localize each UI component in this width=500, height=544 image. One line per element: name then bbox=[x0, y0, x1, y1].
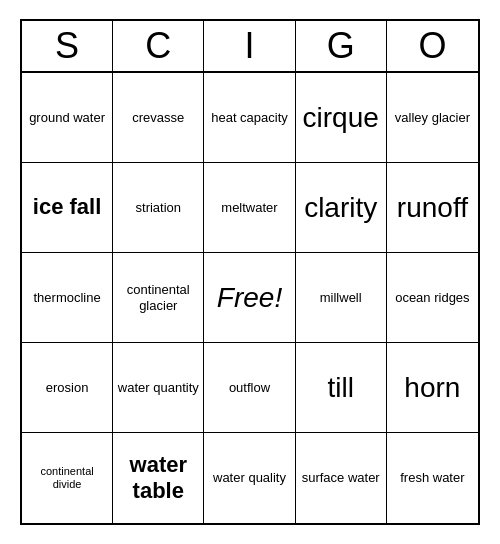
cell-text-8: clarity bbox=[304, 191, 377, 225]
header-letter-i: I bbox=[204, 21, 295, 71]
bingo-cell-12: Free! bbox=[204, 253, 295, 343]
cell-text-20: continental divide bbox=[26, 465, 108, 491]
bingo-cell-19: horn bbox=[387, 343, 478, 433]
bingo-cell-21: water table bbox=[113, 433, 204, 523]
bingo-cell-13: millwell bbox=[296, 253, 387, 343]
cell-text-18: till bbox=[327, 371, 353, 405]
cell-text-9: runoff bbox=[397, 191, 468, 225]
bingo-cell-14: ocean ridges bbox=[387, 253, 478, 343]
bingo-cell-4: valley glacier bbox=[387, 73, 478, 163]
bingo-card: SCIGO ground watercrevasseheat capacityc… bbox=[20, 19, 480, 525]
cell-text-4: valley glacier bbox=[395, 110, 470, 126]
cell-text-12: Free! bbox=[217, 281, 282, 315]
cell-text-10: thermocline bbox=[33, 290, 100, 306]
bingo-cell-15: erosion bbox=[22, 343, 113, 433]
bingo-cell-9: runoff bbox=[387, 163, 478, 253]
bingo-cell-23: surface water bbox=[296, 433, 387, 523]
bingo-cell-10: thermocline bbox=[22, 253, 113, 343]
cell-text-1: crevasse bbox=[132, 110, 184, 126]
header-letter-c: C bbox=[113, 21, 204, 71]
bingo-cell-7: meltwater bbox=[204, 163, 295, 253]
cell-text-7: meltwater bbox=[221, 200, 277, 216]
cell-text-14: ocean ridges bbox=[395, 290, 469, 306]
bingo-cell-2: heat capacity bbox=[204, 73, 295, 163]
cell-text-21: water table bbox=[117, 452, 199, 505]
header-letter-s: S bbox=[22, 21, 113, 71]
cell-text-22: water quality bbox=[213, 470, 286, 486]
cell-text-5: ice fall bbox=[33, 194, 101, 220]
bingo-grid: ground watercrevasseheat capacitycirquev… bbox=[22, 73, 478, 523]
bingo-cell-20: continental divide bbox=[22, 433, 113, 523]
cell-text-3: cirque bbox=[303, 101, 379, 135]
bingo-cell-11: continental glacier bbox=[113, 253, 204, 343]
cell-text-23: surface water bbox=[302, 470, 380, 486]
cell-text-6: striation bbox=[136, 200, 182, 216]
bingo-cell-0: ground water bbox=[22, 73, 113, 163]
cell-text-24: fresh water bbox=[400, 470, 464, 486]
cell-text-13: millwell bbox=[320, 290, 362, 306]
bingo-cell-5: ice fall bbox=[22, 163, 113, 253]
bingo-cell-18: till bbox=[296, 343, 387, 433]
bingo-cell-8: clarity bbox=[296, 163, 387, 253]
cell-text-19: horn bbox=[404, 371, 460, 405]
header-letter-g: G bbox=[296, 21, 387, 71]
bingo-cell-17: outflow bbox=[204, 343, 295, 433]
header-letter-o: O bbox=[387, 21, 478, 71]
bingo-cell-16: water quantity bbox=[113, 343, 204, 433]
bingo-cell-24: fresh water bbox=[387, 433, 478, 523]
cell-text-0: ground water bbox=[29, 110, 105, 126]
cell-text-17: outflow bbox=[229, 380, 270, 396]
cell-text-11: continental glacier bbox=[117, 282, 199, 313]
cell-text-2: heat capacity bbox=[211, 110, 288, 126]
bingo-cell-1: crevasse bbox=[113, 73, 204, 163]
cell-text-15: erosion bbox=[46, 380, 89, 396]
bingo-header: SCIGO bbox=[22, 21, 478, 73]
bingo-cell-3: cirque bbox=[296, 73, 387, 163]
cell-text-16: water quantity bbox=[118, 380, 199, 396]
bingo-cell-22: water quality bbox=[204, 433, 295, 523]
bingo-cell-6: striation bbox=[113, 163, 204, 253]
